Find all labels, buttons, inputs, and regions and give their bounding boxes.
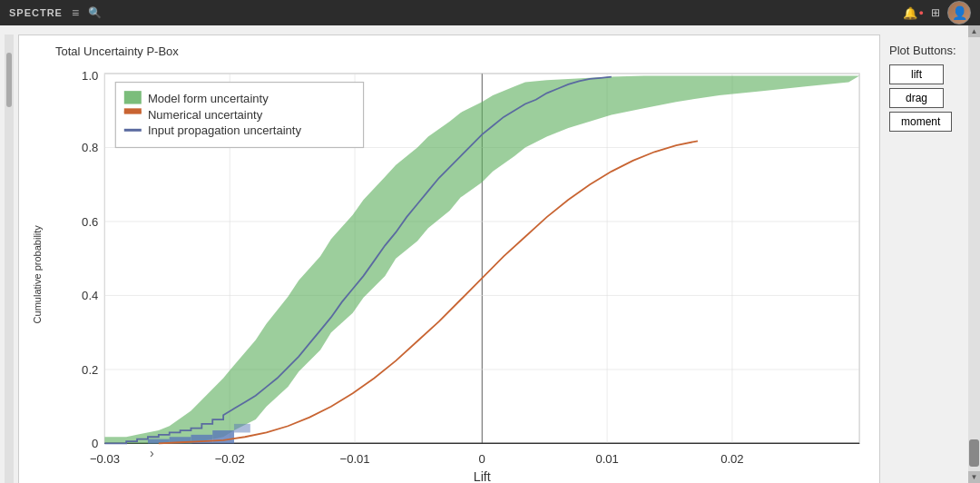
- scroll-track[interactable]: [968, 37, 980, 471]
- drag-button[interactable]: drag: [889, 88, 944, 108]
- topbar-right: 🔔 ● ⊞ 👤: [903, 1, 971, 25]
- moment-button[interactable]: moment: [889, 112, 952, 132]
- svg-text:1.0: 1.0: [82, 69, 98, 83]
- menu-icon[interactable]: ≡: [72, 5, 79, 20]
- right-scrollbar[interactable]: ▲ ▼: [968, 25, 980, 483]
- svg-text:−0.01: −0.01: [340, 452, 370, 466]
- svg-rect-22: [234, 424, 250, 433]
- svg-text:Lift: Lift: [474, 469, 491, 483]
- svg-text:0.8: 0.8: [82, 141, 98, 154]
- left-scroll-thumb[interactable]: [6, 53, 12, 107]
- chart-inner: Cumulative probability: [28, 63, 870, 483]
- topbar: SPECTRE ≡ 🔍 🔔 ● ⊞ 👤: [0, 0, 980, 25]
- svg-text:0.02: 0.02: [720, 452, 743, 466]
- svg-rect-21: [212, 430, 234, 443]
- svg-text:−0.03: −0.03: [90, 452, 120, 466]
- scroll-down-button[interactable]: ▼: [968, 471, 980, 483]
- chart-svg: 0 0.2 0.4 0.6 0.8 1.0 −0.03 −0.02 −0.01 …: [51, 63, 870, 483]
- svg-text:0.4: 0.4: [82, 289, 98, 302]
- svg-text:0.6: 0.6: [82, 215, 98, 229]
- avatar[interactable]: 👤: [947, 1, 971, 25]
- svg-text:Input propagation uncertainty: Input propagation uncertainty: [148, 123, 302, 137]
- svg-text:0.2: 0.2: [82, 363, 98, 377]
- svg-rect-37: [124, 91, 142, 104]
- scroll-up-button[interactable]: ▲: [968, 25, 980, 37]
- svg-text:0.01: 0.01: [595, 452, 618, 466]
- y-axis-label: Cumulative probability: [28, 63, 46, 483]
- chart-container: Total Uncertainty P-Box Cumulative proba…: [18, 34, 880, 483]
- lift-button[interactable]: lift: [889, 64, 944, 84]
- notification-icon[interactable]: 🔔 ●: [903, 6, 924, 20]
- svg-text:0: 0: [479, 452, 485, 466]
- app-title: SPECTRE: [9, 7, 63, 18]
- right-panel: Plot Buttons: lift drag moment: [880, 34, 971, 483]
- content-area: Total Uncertainty P-Box Cumulative proba…: [0, 25, 980, 483]
- settings-icon[interactable]: ⊞: [931, 6, 940, 19]
- main-content: Total Uncertainty P-Box Cumulative proba…: [0, 25, 980, 483]
- chart-title: Total Uncertainty P-Box: [55, 44, 870, 58]
- chart-plot-area: 0 0.2 0.4 0.6 0.8 1.0 −0.03 −0.02 −0.01 …: [51, 63, 870, 483]
- scroll-thumb[interactable]: [969, 439, 979, 467]
- plot-buttons-label: Plot Buttons:: [889, 44, 956, 57]
- search-icon[interactable]: 🔍: [88, 6, 102, 19]
- svg-text:0: 0: [92, 437, 98, 450]
- down-arrow-indicator: ›: [150, 446, 154, 460]
- left-scrollbar[interactable]: [5, 34, 14, 483]
- svg-text:Numerical uncertainty: Numerical uncertainty: [148, 108, 263, 122]
- svg-text:Model form uncertainty: Model form uncertainty: [148, 92, 269, 105]
- svg-text:−0.02: −0.02: [215, 452, 245, 466]
